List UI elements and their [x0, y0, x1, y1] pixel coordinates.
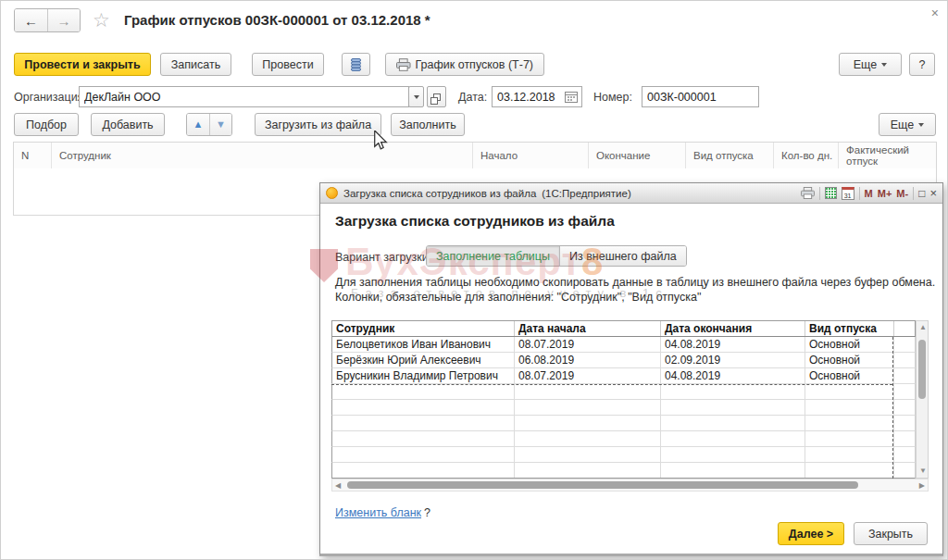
- more-label: Еще: [891, 118, 914, 131]
- empty-table-row[interactable]: [331, 431, 916, 447]
- reports-button[interactable]: [342, 53, 370, 76]
- org-open-button[interactable]: [427, 86, 446, 107]
- scroll-up-icon[interactable]: ▲: [919, 324, 927, 331]
- cell-employee[interactable]: Белоцветиков Иван Иванович: [332, 337, 514, 352]
- divider: [859, 187, 860, 200]
- load-employees-dialog: Загрузка списка сотрудников из файла (1С…: [319, 182, 943, 556]
- calculator-icon[interactable]: [825, 187, 837, 199]
- dialog-close-icon[interactable]: ×: [929, 187, 937, 199]
- move-down-button[interactable]: ▼: [209, 114, 231, 135]
- tab-external-file-label: Из внешнего файла: [569, 250, 677, 263]
- cell-end[interactable]: 04.08.2019: [660, 337, 805, 352]
- forward-button[interactable]: →: [47, 9, 80, 31]
- more-button-list[interactable]: Еще: [879, 113, 936, 136]
- cell-type[interactable]: Основной: [805, 353, 893, 367]
- empty-table-row[interactable]: [331, 416, 916, 431]
- move-buttons: ▲ ▼: [186, 113, 232, 136]
- col-employee[interactable]: Сотрудник: [332, 321, 514, 336]
- cell-start[interactable]: 06.08.2019: [514, 353, 660, 367]
- mouse-cursor: [373, 131, 388, 155]
- fill-button[interactable]: Заполнить: [391, 113, 465, 136]
- tab-external-file[interactable]: Из внешнего файла: [559, 246, 686, 266]
- org-dropdown-button[interactable]: [408, 86, 424, 107]
- cell-employee[interactable]: Берёзкин Юрий Алексеевич: [332, 353, 514, 367]
- close-label: Закрыть: [868, 528, 913, 541]
- number-input[interactable]: [642, 86, 759, 107]
- more-button-top[interactable]: Еще: [839, 53, 902, 76]
- col-start[interactable]: Начало: [472, 143, 588, 168]
- cell-type[interactable]: Основной: [805, 337, 893, 352]
- more-label: Еще: [854, 58, 877, 71]
- memory-mplus-button[interactable]: M+: [878, 188, 892, 199]
- table-row[interactable]: Брусникин Владимир Петрович 08.07.2019 0…: [331, 368, 916, 384]
- col-filler: [893, 321, 917, 336]
- tab-fill-table[interactable]: Заполнение таблицы: [427, 246, 559, 266]
- table-row[interactable]: Берёзкин Юрий Алексеевич 06.08.2019 02.0…: [331, 353, 916, 368]
- col-end[interactable]: Окончание: [588, 143, 685, 168]
- link-help-label[interactable]: ?: [424, 506, 430, 519]
- memory-mminus-button[interactable]: M-: [896, 188, 908, 199]
- empty-table-row[interactable]: [331, 463, 916, 479]
- form-close-icon[interactable]: ×: [931, 6, 939, 20]
- write-button[interactable]: Записать: [160, 53, 231, 76]
- scroll-down-icon[interactable]: ▼: [919, 467, 927, 475]
- chevron-down-icon: [414, 95, 419, 99]
- date-label: Дата:: [458, 91, 487, 104]
- date-calendar-icon[interactable]: [565, 90, 578, 106]
- col-n[interactable]: N: [14, 143, 51, 168]
- post-label: Провести: [262, 58, 313, 71]
- move-up-button[interactable]: ▲: [187, 114, 209, 135]
- post-button[interactable]: Провести: [252, 53, 324, 76]
- cell-start[interactable]: 08.07.2019: [514, 368, 660, 383]
- load-from-file-button[interactable]: Загрузить из файла: [255, 113, 381, 136]
- empty-table-row[interactable]: [331, 400, 916, 416]
- col-days[interactable]: Кол-во дн.: [773, 143, 838, 168]
- print-schedule-button[interactable]: График отпусков (Т-7): [385, 53, 544, 76]
- add-button[interactable]: Добавить: [91, 113, 165, 136]
- calendar-icon[interactable]: 31: [842, 187, 854, 200]
- pick-button[interactable]: Подбор: [14, 113, 79, 136]
- close-button[interactable]: Закрыть: [854, 522, 928, 545]
- cell-filler: [893, 353, 917, 367]
- dialog-titlebar[interactable]: Загрузка списка сотрудников из файла (1С…: [320, 183, 942, 204]
- memory-m-button[interactable]: M: [865, 188, 873, 199]
- selection-dashed-bottom: [331, 384, 892, 385]
- next-label: Далее >: [789, 528, 833, 541]
- save-print-icon[interactable]: [801, 187, 815, 199]
- horizontal-scrollbar[interactable]: ◀ ▶: [331, 479, 929, 492]
- cell-end[interactable]: 04.08.2019: [660, 368, 805, 383]
- dialog-window-title: Загрузка списка сотрудников из файла: [343, 188, 536, 199]
- col-employee[interactable]: Сотрудник: [51, 143, 472, 168]
- vertical-scrollbar[interactable]: ▲ ▼: [916, 320, 929, 479]
- empty-table-row[interactable]: [331, 447, 916, 463]
- org-input[interactable]: [79, 86, 409, 107]
- change-form-link[interactable]: Изменить бланк: [335, 506, 421, 519]
- open-form-icon: [433, 93, 441, 101]
- cell-end[interactable]: 02.09.2019: [660, 353, 805, 367]
- post-and-close-button[interactable]: Провести и закрыть: [14, 53, 151, 76]
- col-vacation-type[interactable]: Вид отпуска: [805, 321, 893, 336]
- col-vacation-type[interactable]: Вид отпуска: [685, 143, 773, 168]
- tab-fill-table-label: Заполнение таблицы: [436, 250, 550, 263]
- selection-dashed-right: [892, 337, 893, 479]
- help-button[interactable]: ?: [909, 53, 935, 76]
- cell-type[interactable]: Основной: [805, 368, 893, 383]
- horizontal-scroll-thumb[interactable]: [347, 481, 858, 489]
- cell-employee[interactable]: Брусникин Владимир Петрович: [332, 368, 514, 383]
- empty-table-row[interactable]: [331, 384, 916, 400]
- table-row[interactable]: Белоцветиков Иван Иванович 08.07.2019 04…: [331, 337, 916, 353]
- scroll-left-icon[interactable]: ◀: [335, 482, 341, 490]
- write-label: Записать: [171, 58, 220, 71]
- col-actual-vacation[interactable]: Фактический отпуск: [838, 143, 936, 168]
- vertical-scroll-thumb[interactable]: [918, 340, 926, 399]
- cell-start[interactable]: 08.07.2019: [514, 337, 660, 352]
- next-button[interactable]: Далее >: [778, 522, 844, 545]
- back-button[interactable]: ←: [15, 9, 47, 31]
- favorite-star-icon[interactable]: ☆: [93, 9, 110, 31]
- add-label: Добавить: [102, 118, 153, 131]
- variant-tabs: Заполнение таблицы Из внешнего файла: [426, 245, 687, 267]
- scroll-right-icon[interactable]: ▶: [919, 482, 925, 490]
- col-start-date[interactable]: Дата начала: [514, 321, 660, 336]
- maximize-icon[interactable]: □: [918, 188, 925, 199]
- col-end-date[interactable]: Дата окончания: [660, 321, 805, 336]
